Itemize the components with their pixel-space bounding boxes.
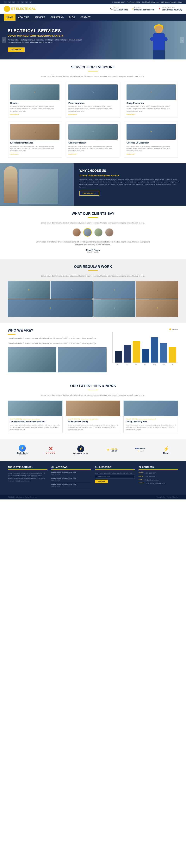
partner-electric[interactable]: ⚡ ELECTRIC LOGO (71, 443, 90, 457)
twitter-icon[interactable]: t (8, 1, 11, 3)
lightning-name: Electric (163, 452, 169, 454)
who-right-column: Electrical Jan Feb Mar Apr May Jun Jul (113, 329, 178, 372)
service-link-repairs[interactable]: read more » (10, 114, 60, 115)
service-link-maintenance[interactable]: read more » (10, 153, 60, 155)
nav-item-works[interactable]: Our Works (48, 14, 66, 21)
who-img-2 (58, 347, 106, 372)
news-text-2: Lorem ipsum dolor sit amet consectetur a… (68, 424, 118, 431)
top-address: 123 Street, Your City, State (161, 1, 182, 3)
footer-subscribe-button[interactable]: Subscribe (95, 480, 108, 484)
testimonial-avatar-3[interactable] (94, 228, 103, 237)
chart-bars (113, 332, 178, 363)
partner-netelectric[interactable]: NetElectric ⚡ NET (133, 445, 147, 454)
services-subtitle: Lorem ipsum dolor sit amet tincidunt adi… (8, 75, 178, 78)
nav-item-services[interactable]: Services (32, 14, 48, 21)
news-card-title-3[interactable]: Getting Electricity Back (126, 421, 176, 423)
news-card-2: June 20, 2018 By: Lorem lorem lorem lore… (66, 401, 121, 433)
hero-next-button[interactable]: › (180, 37, 184, 43)
news-card-title-1[interactable]: Lorem lorem ipsum lorem consectetur (10, 421, 60, 423)
service-img-overuse: 💡 (126, 124, 176, 140)
service-text-generator: Lorem ipsum dolor sit amet tempor etiam … (68, 145, 118, 152)
service-card-generator: ⚙ Generator Repair Lorem ipsum dolor sit… (66, 122, 120, 157)
partner-cross[interactable]: ✕ CROSS (44, 444, 57, 456)
cross-icon: ✕ (49, 446, 53, 452)
netelectric-logo: NetElectric ⚡ NET (135, 447, 145, 453)
news-divider (88, 390, 98, 390)
footer-policies[interactable]: Privacy Policy | Terms of Service (156, 496, 178, 498)
electrobright-name: Electro Bright (17, 452, 28, 454)
testimonials-title: WHAT OUR CLIENTS SAY (8, 212, 178, 216)
testimonial-avatar-2[interactable] (83, 228, 92, 237)
header-email-value: info@etelectrical.com (134, 9, 154, 11)
social-links[interactable]: f t g+ p in ig yt (4, 1, 32, 3)
footer-news-title-3[interactable]: Lorem ipsum lorem dolor sit amet (51, 484, 91, 486)
idealight-sun-icon: ☀ (106, 447, 110, 453)
footer-contact-address: Address: 1234 Street, Your City, State (138, 482, 178, 485)
service-title-surge: Surge Protection (126, 102, 176, 104)
why-read-more-button[interactable]: READ MORE → (80, 191, 99, 196)
footer-grid: ABOUT ET ELECTRICAL Lorem ipsum dolor si… (8, 466, 178, 490)
footer-news-title-1[interactable]: Lorem ipsum lorem dolor sit amet (51, 472, 91, 473)
footer-phone-label: Phone: (138, 472, 143, 474)
footer-news-date-3: June 22, 2018 (51, 486, 91, 487)
partner-lightning[interactable]: ⚡ Electric (161, 444, 172, 456)
service-img-generator: ⚙ (68, 124, 118, 140)
work-img-1: 👷 (8, 281, 50, 299)
testimonial-avatar-1[interactable] (72, 228, 81, 237)
why-subtitle: 12 Years Of Experience Of Repair Electri… (80, 175, 180, 177)
hero-cta-button[interactable]: READ MORE (8, 48, 25, 52)
news-content-2: June 20, 2018 By: Lorem lorem lorem lore… (66, 416, 120, 433)
news-card-title-2[interactable]: Termination Of Wiring (68, 421, 118, 423)
google-plus-icon[interactable]: g+ (12, 1, 15, 3)
service-link-generator[interactable]: read more » (68, 153, 118, 155)
partners-row: ⚡ Electro Bright Your slogan ✕ CROSS ⚡ E… (8, 443, 178, 457)
lightning-icon: ⚡ (163, 446, 169, 452)
why-text: Lorem ipsum dolor sit amet tempor etiam … (80, 179, 180, 188)
netelectric-name: NetElectric (135, 447, 145, 450)
cross-name: CROSS (46, 452, 55, 454)
chart-label-may: May (151, 364, 158, 365)
service-link-surge[interactable]: read more » (126, 114, 176, 115)
nav-item-home[interactable]: Home (4, 14, 16, 21)
work-subtitle: Lorem ipsum dolor sit amet tincidunt adi… (8, 275, 178, 278)
service-link-panel[interactable]: read more » (68, 114, 118, 115)
header-phone-label: Call us (114, 7, 128, 9)
footer-address-value: 1234 Street, Your City, State (146, 482, 165, 485)
footer-email-input[interactable] (95, 474, 135, 478)
news-text-1: Lorem ipsum dolor sit amet consectetur a… (10, 424, 60, 431)
footer-news-title-2[interactable]: Lorem ipsum lorem dolor sit amet (51, 478, 91, 479)
news-card-3: June 20, 2018 By: Lorem lorem lorem lore… (123, 401, 178, 433)
linkedin-icon[interactable]: in (21, 1, 24, 3)
service-img-maintenance: 🔌 (10, 124, 60, 140)
who-text1: Lorem ipsum dolor sit amet consectetur a… (8, 337, 106, 340)
services-grid: ⚡ Repairs Lorem ipsum dolor sit amet tem… (8, 82, 178, 157)
news-img-3 (124, 401, 178, 416)
testimonial-author: Erna T. Roma (8, 249, 178, 251)
facebook-icon[interactable]: f (4, 1, 7, 3)
service-img-surge: ⚡ (126, 85, 176, 100)
nav-item-contact[interactable]: Contact (78, 14, 93, 21)
logo[interactable]: ⚡ ET ELECTRICAL (4, 6, 36, 12)
header-phone: 📞 Call us (123) 4567-8901 (110, 7, 128, 11)
service-title-generator: Generator Repair (68, 142, 118, 144)
partner-idealight[interactable]: ☀ IDEAL LIGHT (104, 445, 120, 455)
service-title-panel: Panel Upgrades (68, 102, 118, 104)
pinterest-icon[interactable]: p (17, 1, 19, 3)
partner-electrobright[interactable]: ⚡ Electro Bright Your slogan (15, 443, 30, 457)
service-link-overuse[interactable]: read more » (126, 153, 176, 155)
footer-news-date-1: June 22, 2018 (51, 473, 91, 475)
instagram-icon[interactable]: ig (25, 1, 28, 3)
footer-contacts: OL CONTACTS Phone: 1-800-123-4567 Mobile… (138, 466, 178, 490)
youtube-icon[interactable]: yt (29, 1, 32, 3)
nav-item-blog[interactable]: Blog (66, 14, 78, 21)
hero-section: ELECTRICAL SERVICES COVER YOURSELF WITH … (0, 21, 186, 59)
top-phone2: (123) 4567-8901 (127, 1, 140, 3)
who-text2: Lorem ipsum dolor sit amet consectetur a… (8, 342, 106, 345)
header-email: ✉ E-mail us info@etelectrical.com (132, 7, 154, 11)
nav-item-about[interactable]: About Us (16, 14, 32, 21)
electric-icon: ⚡ (77, 445, 84, 453)
who-img-1 (8, 347, 56, 372)
testimonial-avatar-4[interactable] (105, 228, 114, 237)
footer-news-item-2: Lorem ipsum lorem dolor sit amet June 22… (51, 478, 91, 482)
hero-prev-button[interactable]: ‹ (2, 37, 6, 43)
